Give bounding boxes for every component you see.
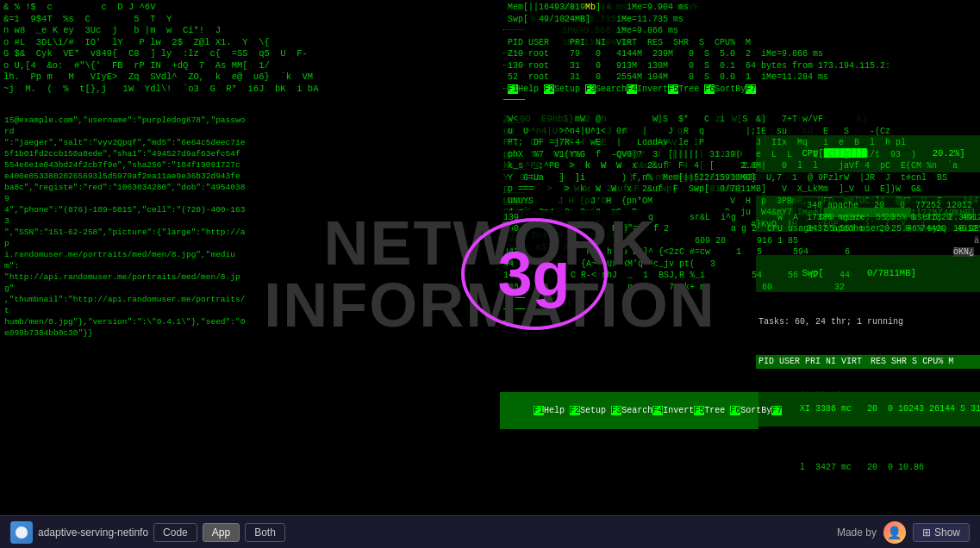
proc-table-header: PIDUSERPRINIVIRTRESSHRSCPU%M — [756, 355, 980, 369]
ping-output: Mem[||16493/819Mb] iMe=9.904 ms Swp[ 49/… — [504, 0, 741, 97]
terminal-background: 15@example.com","username":"purpledog678… — [0, 0, 980, 548]
taskbar: adaptive-serving-netinfo Code App Both M… — [0, 515, 980, 548]
tab-code[interactable]: Code — [153, 523, 197, 542]
app-icon — [10, 521, 33, 544]
taskbar-right: Made by 👤 ⊞ Show — [837, 521, 970, 544]
show-icon: ⊞ — [922, 526, 931, 539]
tab-both[interactable]: Both — [245, 523, 285, 542]
show-label: Show — [934, 526, 960, 539]
proc-row-2: l 3427 mc 20 0 10.86 — [756, 450, 980, 485]
htop-func-keys-top: F1Help F2Setup F3SearchF4InvertF5Tree F6… — [500, 392, 758, 429]
process-table: PIDUSERPRINIVIRTRESSHRSCPU%M XI 3386 mc … — [756, 332, 980, 513]
app-name-label: adaptive-serving-netinfo — [38, 526, 148, 539]
proc-row-1: XI 3386 mc 20 0 10243 26144 S 31.8 — [756, 392, 980, 427]
app-icon-inner — [16, 526, 28, 539]
signal-text: 3g — [497, 239, 570, 309]
signal-indicator: 3g — [461, 218, 608, 330]
show-button[interactable]: ⊞ Show — [913, 523, 970, 542]
tab-app[interactable]: App — [203, 523, 240, 542]
avatar: 👤 — [883, 521, 906, 544]
made-by-label: Made by — [837, 526, 877, 539]
taskbar-left: adaptive-serving-netinfo Code App Both — [10, 521, 285, 544]
json-data-overlay: 15@example.com","username":"purpledog678… — [0, 112, 254, 341]
htop-tasks: Tasks: 60, 24 thr; 1 running — [756, 315, 980, 329]
